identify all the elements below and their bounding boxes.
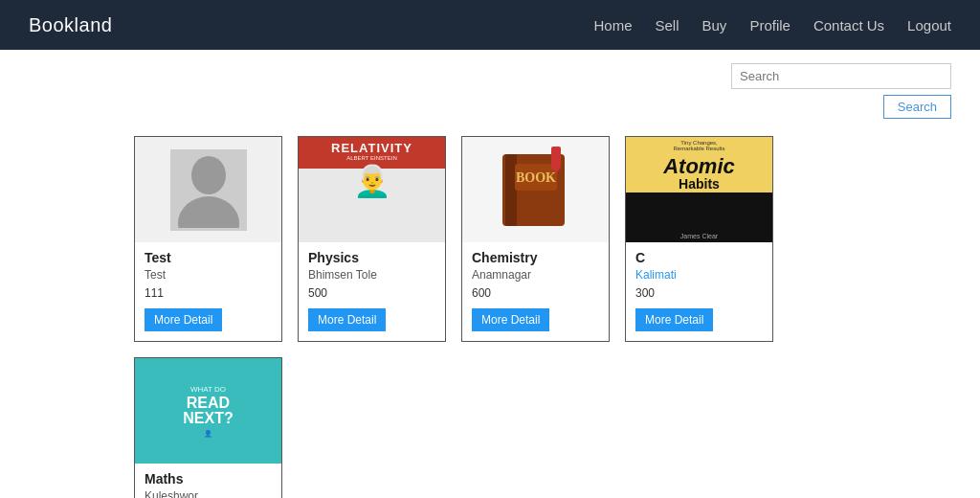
book-info-test: Test Test 111 More Detail — [135, 242, 281, 341]
svg-point-1 — [178, 196, 239, 228]
book-card-test: Test Test 111 More Detail — [134, 136, 282, 342]
book-info-physics: Physics Bhimsen Tole 500 More Detail — [299, 242, 445, 341]
nav-contact-us[interactable]: Contact Us — [813, 17, 884, 34]
book-cover-chemistry: BOOK — [462, 137, 609, 242]
atomic-bottom-section: James Clear — [626, 192, 772, 242]
search-area: Search — [0, 50, 980, 126]
person-icon — [175, 151, 242, 228]
svg-text:BOOK: BOOK — [515, 170, 555, 185]
nav-sell[interactable]: Sell — [656, 17, 679, 34]
book-cover-atomic: Tiny Changes,Remarkable Results Atomic H… — [626, 137, 772, 242]
book-price-chemistry: 600 — [472, 286, 599, 300]
book-title-maths: Maths — [145, 471, 272, 487]
more-detail-btn-c[interactable]: More Detail — [635, 308, 713, 331]
book-cover-test — [135, 137, 281, 242]
navbar: Bookland Home Sell Buy Profile Contact U… — [0, 0, 980, 50]
more-detail-btn-test[interactable]: More Detail — [145, 308, 222, 331]
book-card-chemistry: BOOK Chemistry Anamnagar 600 More Detail — [461, 136, 610, 342]
svg-rect-6 — [551, 147, 561, 168]
atomic-top-section: Tiny Changes,Remarkable Results — [626, 137, 772, 154]
book-card-physics: RELATIVITY ALBERT EINSTEIN 👨‍🦳 Physics B… — [298, 136, 446, 342]
book-info-c: C Kalimati 300 More Detail — [626, 242, 772, 341]
relativity-cover: RELATIVITY ALBERT EINSTEIN 👨‍🦳 — [299, 137, 445, 242]
atomic-title: Atomic — [628, 156, 770, 177]
svg-rect-3 — [505, 154, 517, 226]
read-cover-person: 👤 — [204, 430, 212, 438]
book-location-test: Test — [145, 268, 272, 282]
book-price-c: 300 — [635, 286, 763, 300]
read-cover-what: WHAT DO — [190, 385, 226, 394]
book-card-maths: WHAT DO READNEXT? 👤 Maths Kuleshwor — [134, 357, 282, 498]
relativity-author: ALBERT EINSTEIN — [346, 155, 396, 161]
atomic-title-section: Atomic Habits — [626, 154, 772, 192]
nav-logout[interactable]: Logout — [907, 17, 951, 34]
atomic-subtitle: Habits — [628, 177, 770, 191]
search-button[interactable]: Search — [883, 95, 951, 119]
read-cover-title: READNEXT? — [183, 396, 233, 426]
book-title-physics: Physics — [308, 250, 435, 265]
book-price-physics: 500 — [308, 286, 435, 300]
einstein-icon: 👨‍🦳 — [353, 163, 391, 199]
more-detail-btn-physics[interactable]: More Detail — [308, 308, 386, 331]
book-location-c: Kalimati — [635, 268, 763, 282]
atomic-tagline: Tiny Changes,Remarkable Results — [631, 140, 768, 151]
book-info-chemistry: Chemistry Anamnagar 600 More Detail — [462, 242, 609, 341]
nav-buy[interactable]: Buy — [702, 17, 727, 34]
books-container: Test Test 111 More Detail RELATIVITY ALB… — [0, 126, 980, 498]
atomic-cover-wrapper: Tiny Changes,Remarkable Results Atomic H… — [626, 137, 772, 242]
book-price-test: 111 — [145, 286, 272, 300]
books-row-2: WHAT DO READNEXT? 👤 Maths Kuleshwor — [134, 357, 846, 498]
book-location-physics: Bhimsen Tole — [308, 268, 435, 282]
books-row-1: Test Test 111 More Detail RELATIVITY ALB… — [134, 136, 846, 342]
nav-home[interactable]: Home — [593, 17, 632, 34]
book-icon: BOOK — [498, 147, 574, 233]
book-info-maths: Maths Kuleshwor — [135, 464, 281, 498]
more-detail-btn-chemistry[interactable]: More Detail — [472, 308, 549, 331]
nav-profile[interactable]: Profile — [749, 17, 791, 34]
book-card-c: Tiny Changes,Remarkable Results Atomic H… — [625, 136, 773, 342]
book-cover-physics: RELATIVITY ALBERT EINSTEIN 👨‍🦳 — [299, 137, 445, 242]
book-location-chemistry: Anamnagar — [472, 268, 599, 282]
person-placeholder-icon — [170, 149, 247, 231]
book-title-c: C — [635, 250, 763, 265]
svg-point-0 — [191, 156, 226, 194]
relativity-title: RELATIVITY — [331, 141, 412, 155]
book-title-test: Test — [145, 250, 272, 265]
brand-title: Bookland — [29, 14, 112, 36]
book-location-maths: Kuleshwor — [145, 489, 272, 498]
atomic-author: James Clear — [680, 233, 718, 239]
book-title-chemistry: Chemistry — [472, 250, 599, 265]
search-input[interactable] — [731, 63, 951, 89]
read-cover-wrapper: WHAT DO READNEXT? 👤 — [135, 358, 281, 464]
nav-links: Home Sell Buy Profile Contact Us Logout — [593, 17, 951, 34]
book-cover-maths: WHAT DO READNEXT? 👤 — [135, 358, 281, 464]
